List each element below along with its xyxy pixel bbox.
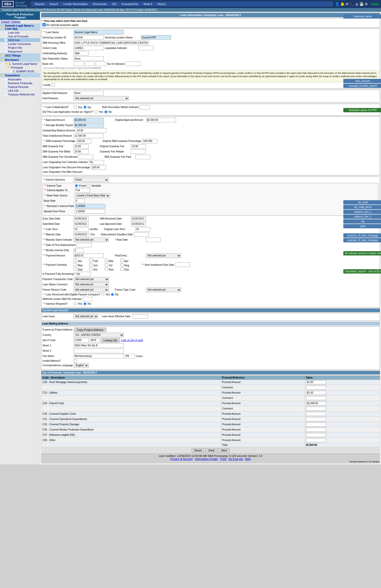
cb-apr[interactable]	[120, 259, 124, 262]
disbursement-deadline-input[interactable]	[134, 232, 149, 237]
privacy-link[interactable]: Privacy & Security	[171, 457, 193, 460]
correspondence-language-select[interactable]: English	[74, 363, 89, 368]
sidebar-treasury[interactable]: 📄 Treasury Referral Info	[0, 92, 40, 96]
proceed-value-input[interactable]	[306, 412, 326, 416]
sidebar-borrowers[interactable]: 📁 Borrowers	[0, 58, 40, 62]
mail-icon[interactable]: ✉	[346, 2, 349, 6]
paid-every-select[interactable]: Not selected yet	[146, 253, 181, 258]
cb-sep[interactable]	[74, 267, 77, 271]
sba-guaranty-fee-uncollected-input[interactable]	[78, 155, 93, 159]
loan-origination-fee-discount-input[interactable]	[91, 165, 106, 170]
proceed-value-input[interactable]	[306, 422, 326, 426]
information-quality-link[interactable]: Information Quality	[195, 457, 218, 460]
cb-may[interactable]	[74, 263, 77, 266]
street2-input[interactable]	[74, 349, 124, 353]
bank-type-input[interactable]	[96, 62, 106, 66]
nav-lender-receivables[interactable]: Lender Receivables	[61, 2, 90, 6]
is-payment-amortizing-input[interactable]	[76, 272, 91, 276]
nav-search[interactable]: Search	[47, 2, 60, 6]
nav-reports[interactable]: Reports	[33, 2, 47, 6]
submitted-date-input[interactable]	[74, 222, 89, 226]
interest-variable-label[interactable]: Variable	[87, 184, 101, 187]
sba-guaranty-fee-paid-input[interactable]	[135, 155, 150, 159]
months-interest-only-input[interactable]	[74, 248, 84, 253]
loan-name-input[interactable]	[74, 30, 124, 34]
state-input[interactable]	[125, 354, 135, 358]
last-approved-date-input[interactable]	[131, 222, 146, 226]
guaranty-fee-rebate-input[interactable]	[131, 149, 146, 154]
sidebar-item-repayment[interactable]: 📄 Repayment	[0, 49, 40, 53]
injection-yes-radio[interactable]	[74, 302, 77, 305]
sidebar-principals[interactable]: 📁 Principals	[0, 66, 40, 69]
hold-reasons-select[interactable]: Not selected yet	[74, 96, 129, 101]
nav-whatif[interactable]: What If	[141, 2, 154, 6]
loan-structured-yes-radio[interactable]	[101, 293, 104, 296]
copy-project-address-btn[interactable]: Copy Project Address	[74, 328, 106, 332]
avg-monthly-payroll-input[interactable]	[74, 123, 104, 128]
lookup-zip-link[interactable]: Look up Zip+4 code	[121, 339, 143, 342]
ps-apr[interactable]: Apr	[120, 259, 135, 262]
original-sba-guaranty-input[interactable]	[142, 139, 157, 143]
bank-account-input[interactable]	[74, 62, 84, 66]
original-approval-input[interactable]	[146, 118, 176, 122]
interest-applies-input[interactable]	[75, 188, 90, 193]
sidebar-item-project-info[interactable]: 📄 Project Info	[0, 46, 40, 49]
phone-icon[interactable]: 📞	[350, 2, 354, 6]
nav-history[interactable]: History	[155, 2, 168, 6]
user-icon[interactable]: 👤	[335, 2, 339, 6]
sidebar-item-lender-comments[interactable]: 📄 Lender Comments	[0, 42, 40, 46]
collateralized-yes-radio[interactable]	[74, 105, 77, 109]
sba-guaranty-fee-input[interactable]	[74, 144, 89, 149]
withhold-lender-input[interactable]	[83, 297, 93, 301]
proceed-value-input[interactable]	[306, 386, 326, 390]
next-installment-input[interactable]	[175, 262, 190, 267]
loan-issue-select[interactable]: Not selected yet	[74, 314, 98, 319]
interest-variable-radio[interactable]	[87, 184, 90, 187]
payment-amount-input[interactable]	[74, 253, 104, 258]
outstanding-balance-input[interactable]	[76, 128, 106, 133]
settings-icon[interactable]: ⚙	[365, 2, 368, 6]
maturity-date-input[interactable]	[74, 232, 89, 237]
nav-clin[interactable]: Clin	[110, 2, 119, 6]
foia-link[interactable]: FOIA	[220, 457, 227, 460]
collapse-link[interactable]: Collapse	[11, 20, 20, 23]
maturity-starts-select[interactable]: Not selected yet	[74, 238, 109, 242]
ps-nov[interactable]: Nov	[105, 267, 120, 271]
ps-mar[interactable]: Mar	[105, 259, 120, 262]
injection-no-label[interactable]: No	[83, 302, 91, 305]
bank-routing-input[interactable]	[85, 62, 95, 66]
payment-transaction-code-select[interactable]: Not selected yet	[74, 277, 109, 282]
clear-button[interactable]: Clear	[205, 448, 217, 453]
proceed-value-input[interactable]	[306, 433, 326, 437]
sidebar-summit-busi[interactable]: 📄 1. SUMMIT BUSI...	[0, 69, 40, 73]
applied-hold-input[interactable]	[74, 91, 104, 95]
proceed-value-input[interactable]	[306, 391, 326, 395]
cb-jul[interactable]	[105, 263, 108, 266]
cb-mar[interactable]	[105, 259, 108, 262]
sidebar-guarantors[interactable]: 📁 Guarantors	[0, 73, 40, 77]
sba-guaranty-pct-input[interactable]	[76, 139, 91, 143]
sidebar-ucc-filings[interactable]: 📁 UCC Filings	[0, 53, 40, 58]
reset-button[interactable]: Reset	[192, 448, 204, 453]
sba-received-date-input[interactable]	[131, 217, 146, 221]
bell-icon[interactable]: 🔔	[340, 2, 345, 6]
i-certify-checkbox[interactable]	[51, 83, 55, 87]
loan-structured-no-radio[interactable]	[111, 293, 114, 296]
base-rate-source-select[interactable]: Lender's Fixed Base Rate	[75, 193, 110, 198]
freeze-type-select[interactable]: Not selected yet	[146, 288, 181, 292]
invalid-address-checkbox[interactable]	[74, 359, 77, 362]
street1-input[interactable]	[74, 343, 124, 348]
lookup-zip-btn[interactable]: Lookup Zip	[101, 338, 120, 343]
note-date-input[interactable]	[146, 238, 161, 242]
loan-structured-yes-label[interactable]: Yes	[101, 293, 110, 296]
ps-oct[interactable]: Oct	[89, 267, 104, 271]
cb-feb[interactable]	[89, 259, 92, 262]
sidebar-item-loan-app[interactable]: 📁 Summit Legal Name's Loan App	[0, 24, 40, 31]
loan-structured-no-label[interactable]: No	[111, 293, 119, 296]
cb-jun[interactable]	[89, 263, 92, 266]
proceed-value-input[interactable]	[306, 428, 326, 432]
sidebar-item-1502-info[interactable]: 📄 1502 Info	[0, 38, 40, 42]
loan-originating-input[interactable]	[89, 160, 104, 165]
next-button[interactable]: Next	[219, 448, 230, 453]
entry-start-date-input[interactable]	[74, 217, 89, 221]
